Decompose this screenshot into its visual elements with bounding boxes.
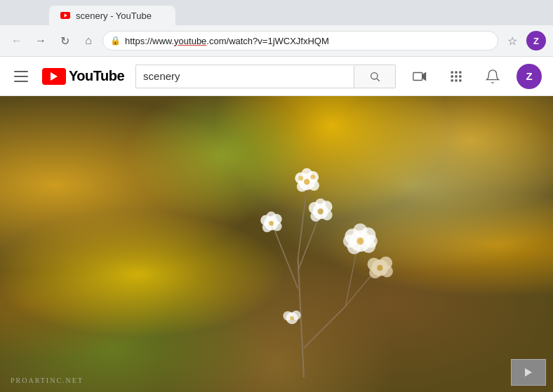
- youtube-logo-icon: [42, 68, 66, 85]
- svg-point-50: [354, 224, 368, 238]
- svg-point-53: [357, 238, 364, 245]
- svg-line-17: [298, 217, 319, 271]
- svg-point-25: [309, 180, 319, 191]
- chrome-profile-letter: Z: [533, 36, 539, 46]
- notifications-button[interactable]: [480, 64, 505, 89]
- svg-point-57: [381, 266, 393, 278]
- url-suffix: .com/watch?v=1jWCXJfxHQM: [206, 36, 328, 46]
- chrome-profile-button[interactable]: Z: [526, 31, 546, 50]
- url-prefix: https://www.: [125, 36, 174, 46]
- search-button[interactable]: [354, 65, 396, 88]
- header-right: Z: [407, 64, 542, 89]
- svg-point-30: [299, 176, 304, 181]
- forward-button[interactable]: →: [31, 31, 51, 50]
- search-input[interactable]: [143, 70, 347, 82]
- svg-marker-5: [422, 72, 427, 81]
- browser-chrome: scenery - YouTube ← → ↻ ⌂ 🔒 https://www.…: [0, 0, 553, 57]
- corner-thumbnail[interactable]: [511, 359, 546, 386]
- svg-point-37: [269, 222, 274, 227]
- bookmark-button[interactable]: ☆: [502, 31, 522, 50]
- svg-point-29: [311, 175, 316, 180]
- svg-line-3: [377, 79, 380, 81]
- svg-point-2: [371, 72, 378, 79]
- svg-rect-12: [451, 79, 453, 81]
- hamburger-menu[interactable]: [11, 67, 31, 86]
- svg-point-52: [343, 235, 357, 248]
- search-input-wrapper[interactable]: [135, 65, 354, 88]
- upload-button[interactable]: [407, 64, 432, 89]
- youtube-header: YouTube: [0, 57, 553, 96]
- bell-icon: [485, 69, 500, 84]
- flowers-illustration: [166, 140, 442, 377]
- youtube-favicon: [60, 11, 70, 20]
- svg-point-51: [365, 235, 378, 248]
- svg-point-63: [291, 316, 295, 320]
- svg-point-34: [273, 222, 283, 231]
- upload-icon: [412, 69, 427, 84]
- youtube-logo[interactable]: YouTube: [42, 68, 124, 85]
- svg-point-44: [318, 209, 324, 215]
- svg-line-19: [304, 306, 345, 348]
- svg-line-20: [346, 248, 358, 307]
- svg-rect-9: [451, 75, 453, 77]
- svg-point-43: [315, 198, 326, 209]
- svg-rect-13: [455, 79, 457, 81]
- youtube-logo-text: YouTube: [69, 68, 124, 84]
- svg-rect-4: [413, 72, 422, 80]
- hamburger-line-1: [14, 71, 28, 72]
- hamburger-line-2: [14, 76, 28, 77]
- address-bar[interactable]: 🔒 https://www.youtube.com/watch?v=1jWCXJ…: [102, 31, 498, 50]
- youtube-profile-avatar[interactable]: Z: [517, 64, 542, 89]
- profile-letter: Z: [526, 70, 532, 82]
- address-text: https://www.youtube.com/watch?v=1jWCXJfx…: [125, 36, 329, 46]
- svg-point-36: [267, 212, 276, 222]
- nav-bar: ← → ↻ ⌂ 🔒 https://www.youtube.com/watch?…: [0, 25, 553, 56]
- svg-point-28: [304, 179, 309, 184]
- tab-title: scenery - YouTube: [76, 11, 152, 21]
- home-button[interactable]: ⌂: [79, 31, 98, 50]
- svg-rect-10: [455, 75, 457, 77]
- svg-line-18: [298, 188, 307, 259]
- apps-button[interactable]: [444, 64, 469, 89]
- video-container[interactable]: PROARTINC.NET: [0, 96, 553, 392]
- apps-icon: [449, 69, 463, 83]
- url-highlight: youtube: [174, 36, 206, 46]
- hamburger-line-3: [14, 81, 28, 82]
- watermark: PROARTINC.NET: [11, 377, 84, 384]
- search-bar: [135, 65, 396, 88]
- search-icon: [369, 71, 380, 82]
- svg-rect-8: [459, 71, 461, 73]
- youtube-app: YouTube: [0, 57, 553, 392]
- svg-point-59: [377, 265, 382, 271]
- svg-line-16: [274, 229, 298, 289]
- svg-rect-7: [455, 71, 457, 73]
- reload-button[interactable]: ↻: [55, 31, 74, 50]
- tab-bar: scenery - YouTube: [0, 0, 553, 25]
- back-button[interactable]: ←: [7, 31, 27, 50]
- svg-rect-14: [459, 79, 461, 81]
- active-tab[interactable]: scenery - YouTube: [49, 6, 175, 25]
- lock-icon: 🔒: [110, 36, 121, 46]
- svg-rect-11: [459, 75, 461, 77]
- svg-rect-6: [451, 71, 453, 73]
